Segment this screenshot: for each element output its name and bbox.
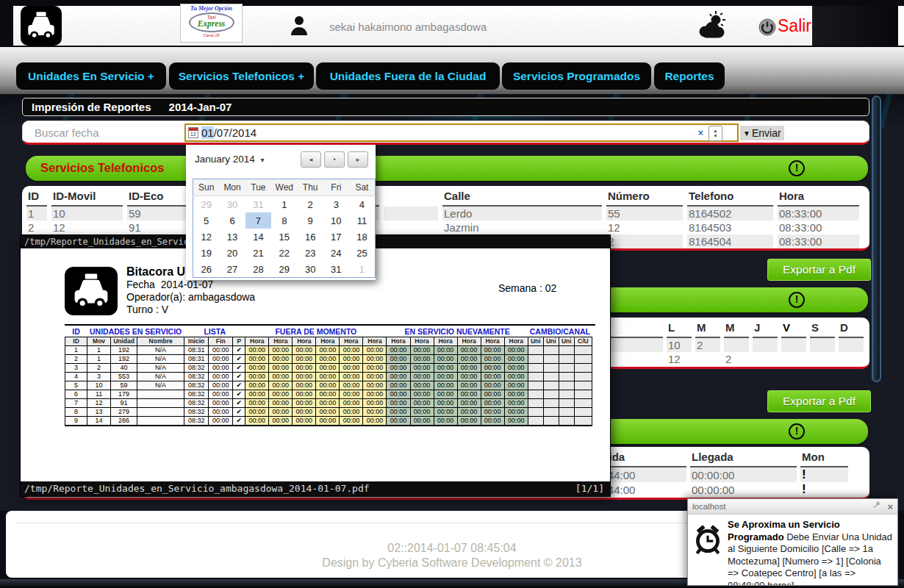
calendar-icon[interactable]: 12 — [188, 127, 198, 138]
pdf-cell: 00:00 — [504, 399, 528, 408]
pdf-cell: 14 — [87, 417, 111, 426]
calendar-day[interactable]: 29 — [193, 196, 220, 213]
chevron-down-icon: ▾ — [261, 156, 265, 164]
calendar-day[interactable]: 3 — [323, 196, 349, 213]
nav-unidades-en-servicio[interactable]: Unidades En Servicio + — [16, 62, 166, 90]
pdf-page-indicator: [1/1] — [575, 481, 604, 496]
pdf-cell: 00:00 — [209, 355, 233, 364]
calendar-day[interactable]: 10 — [323, 212, 349, 229]
pdf-subheader: Hora — [340, 337, 363, 346]
page-title-date: 2014-Jan-07 — [169, 101, 232, 113]
calendar-day[interactable]: 31 — [245, 196, 271, 213]
calendar-today-button[interactable]: • — [324, 151, 345, 168]
pdf-subheader: Hora — [410, 337, 434, 346]
stepper-down-icon[interactable]: ▼ — [714, 134, 718, 139]
dropdown-arrow-icon[interactable]: ▼ — [743, 129, 750, 137]
vertical-scrollbar[interactable] — [872, 96, 881, 382]
calendar-day[interactable]: 26 — [193, 261, 220, 278]
calendar-day[interactable]: 18 — [349, 229, 376, 245]
pdf-cell: 00:00 — [410, 408, 434, 417]
date-input[interactable]: 12 01 /07/2014 × ▲ ▼ — [184, 123, 739, 142]
section-bar-servicios-telefonicos[interactable]: Servicios Telefonicos ! — [26, 156, 868, 181]
pdf-cell: 00:00 — [316, 373, 340, 381]
logout-button[interactable]: Salir — [778, 16, 811, 36]
weather-icon — [695, 10, 728, 43]
cell: 10 — [667, 338, 692, 352]
power-icon[interactable] — [758, 18, 776, 39]
pdf-cell: ✔ — [233, 408, 245, 417]
pdf-cell: 00:00 — [434, 417, 457, 426]
date-stepper[interactable]: ▲ ▼ — [709, 126, 722, 141]
cell — [810, 352, 835, 366]
calendar-day[interactable]: 12 — [193, 229, 220, 245]
calendar-day[interactable]: 25 — [349, 245, 376, 261]
calendar-day[interactable]: 1 — [271, 196, 298, 213]
calendar-day[interactable]: 14 — [245, 229, 271, 245]
cell: 08:33:00 — [778, 207, 859, 220]
page-title: Impresión de Reportes — [32, 101, 151, 113]
pdf-cell: 00:00 — [434, 399, 457, 408]
calendar-day[interactable]: 8 — [271, 212, 298, 229]
stepper-up-icon[interactable]: ▲ — [714, 129, 718, 134]
calendar-day[interactable]: 1 — [349, 261, 376, 278]
pdf-cell: 00:00 — [245, 408, 269, 417]
calendar-day[interactable]: 24 — [323, 245, 349, 261]
pdf-cell: 00:00 — [504, 364, 528, 373]
pdf-cell: 00:00 — [269, 399, 293, 408]
pdf-cell: 00:00 — [245, 390, 269, 399]
wrench-icon[interactable] — [872, 500, 881, 513]
calendar-day[interactable]: 21 — [245, 245, 271, 261]
nav-reportes[interactable]: Reportes — [654, 62, 725, 90]
export-pdf-button[interactable]: Exportar a Pdf — [767, 259, 871, 281]
nav-unidades-fuera-ciudad[interactable]: Unidades Fuera de la Ciudad — [316, 62, 500, 90]
calendar-day[interactable]: 13 — [219, 229, 245, 245]
cell: 12 — [667, 352, 692, 366]
calendar-day[interactable]: 17 — [323, 229, 349, 245]
close-icon[interactable]: × — [887, 501, 893, 512]
pdf-cell: 00:00 — [209, 399, 233, 408]
calendar-day[interactable]: 9 — [298, 212, 323, 229]
pdf-cell: 00:00 — [363, 355, 387, 364]
nav-servicios-telefonicos[interactable]: Servicios Telefonicos + — [169, 62, 314, 90]
calendar-day[interactable]: 11 — [349, 212, 376, 229]
calendar-day[interactable]: 2 — [298, 196, 323, 213]
export-pdf-button[interactable]: Exportar a Pdf — [767, 390, 871, 412]
calendar-day[interactable]: 30 — [219, 196, 245, 213]
calendar-day[interactable]: 6 — [219, 212, 245, 229]
calendar-day[interactable]: 16 — [298, 229, 323, 245]
calendar-day[interactable]: 28 — [245, 261, 271, 278]
pdf-cell: 00:00 — [245, 417, 269, 426]
calendar-day[interactable]: 31 — [323, 261, 349, 278]
calendar-day[interactable]: 27 — [219, 261, 245, 278]
weekday-header: Mon — [219, 179, 245, 196]
brand-canal-label: Canal 28 — [181, 33, 242, 37]
calendar-day[interactable]: 29 — [271, 261, 298, 278]
pdf-subheader: Unidad — [111, 337, 137, 346]
pdf-subheader: Hora — [269, 337, 293, 346]
calendar-day[interactable]: 4 — [349, 196, 376, 213]
calendar-day[interactable]: 30 — [298, 261, 323, 278]
calendar-day[interactable]: 22 — [271, 245, 298, 261]
pdf-cell — [574, 390, 592, 399]
calendar-month-selector[interactable]: January 2014 ▾ — [195, 154, 265, 165]
calendar-next-button[interactable]: ▸ — [348, 151, 368, 168]
pdf-cell — [543, 381, 559, 390]
calendar-day[interactable]: 19 — [193, 245, 220, 261]
pdf-row: 21192N/A08:3100:00✔00:0000:0000:0000:000… — [65, 355, 592, 364]
submit-button[interactable]: Enviar — [752, 127, 781, 139]
pdf-cell: 00:00 — [504, 346, 528, 355]
calendar-day[interactable]: 23 — [298, 245, 323, 261]
pdf-cell: 00:00 — [269, 346, 293, 355]
calendar-day[interactable]: 5 — [193, 212, 220, 229]
calendar-day[interactable]: 15 — [271, 229, 298, 245]
calendar-prev-button[interactable]: ◂ — [301, 151, 321, 168]
pdf-cell: 1 — [65, 346, 87, 355]
calendar-day[interactable]: 7 — [245, 212, 271, 229]
pdf-cell: 11 — [87, 390, 111, 399]
clear-icon[interactable]: × — [697, 127, 703, 138]
pdf-cell: 00:00 — [410, 355, 434, 364]
calendar-day[interactable]: 20 — [219, 245, 245, 261]
pdf-cell: 286 — [111, 417, 137, 426]
pdf-subheader: Hora — [387, 337, 410, 346]
nav-servicios-programados[interactable]: Servicios Programados — [502, 62, 651, 90]
